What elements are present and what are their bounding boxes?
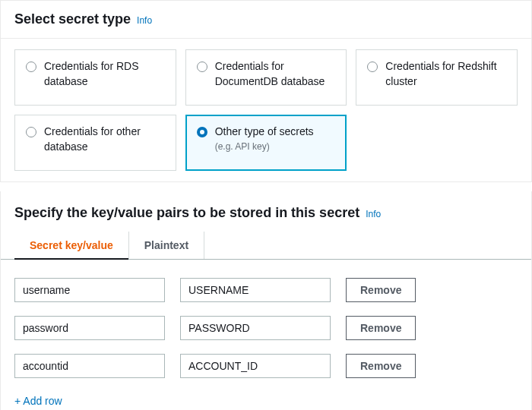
secret-type-body: Credentials for RDS database Credentials…: [1, 38, 531, 181]
option-text: Credentials for DocumentDB database: [215, 59, 336, 89]
radio-icon: [26, 127, 36, 137]
value-input[interactable]: [180, 278, 331, 302]
option-text: Credentials for other database: [44, 125, 165, 154]
radio-icon: [26, 62, 36, 72]
value-input[interactable]: [180, 316, 331, 340]
secret-type-title: Select secret type: [14, 11, 131, 27]
option-grid: Credentials for RDS database Credentials…: [14, 49, 518, 171]
remove-button[interactable]: Remove: [346, 354, 416, 378]
option-text: Other type of secrets (e.g. API key): [215, 125, 336, 152]
kv-row: Remove: [14, 316, 518, 340]
key-input[interactable]: [14, 354, 165, 378]
secret-type-header: Select secret type Info: [1, 1, 531, 38]
option-label: Credentials for DocumentDB database: [215, 59, 336, 89]
option-documentdb[interactable]: Credentials for DocumentDB database: [185, 49, 347, 106]
secret-type-panel: Select secret type Info Credentials for …: [0, 0, 532, 182]
key-input[interactable]: [14, 316, 165, 340]
option-label: Credentials for Redshift cluster: [385, 59, 506, 89]
kv-row: Remove: [14, 278, 518, 302]
tab-plaintext[interactable]: Plaintext: [129, 232, 204, 259]
radio-icon: [367, 62, 378, 72]
tab-secret-keyvalue[interactable]: Secret key/value: [14, 232, 129, 259]
kv-header: Specify the key/value pairs to be stored…: [1, 191, 531, 232]
info-link[interactable]: Info: [366, 209, 381, 219]
info-link[interactable]: Info: [137, 15, 152, 26]
add-row-button[interactable]: + Add row: [14, 392, 518, 410]
option-label: Other type of secrets: [215, 125, 336, 140]
option-text: Credentials for RDS database: [44, 59, 165, 89]
option-rds[interactable]: Credentials for RDS database: [14, 49, 176, 106]
remove-button[interactable]: Remove: [346, 316, 416, 340]
option-text: Credentials for Redshift cluster: [385, 59, 506, 89]
option-redshift[interactable]: Credentials for Redshift cluster: [356, 49, 518, 106]
option-label: Credentials for RDS database: [44, 59, 165, 89]
remove-button[interactable]: Remove: [346, 278, 416, 302]
kv-title: Specify the key/value pairs to be stored…: [14, 205, 359, 221]
kv-row: Remove: [14, 354, 518, 378]
tabs: Secret key/value Plaintext: [1, 232, 531, 260]
kv-panel: Specify the key/value pairs to be stored…: [0, 191, 532, 410]
value-input[interactable]: [180, 354, 331, 378]
kv-area: Remove Remove Remove + Add row: [1, 260, 531, 410]
option-other-db[interactable]: Credentials for other database: [14, 115, 176, 171]
radio-icon: [197, 62, 207, 72]
option-label: Credentials for other database: [44, 125, 165, 154]
option-sublabel: (e.g. API key): [215, 141, 336, 152]
key-input[interactable]: [14, 278, 165, 302]
option-other-secrets[interactable]: Other type of secrets (e.g. API key): [185, 115, 347, 171]
radio-icon: [197, 127, 207, 137]
